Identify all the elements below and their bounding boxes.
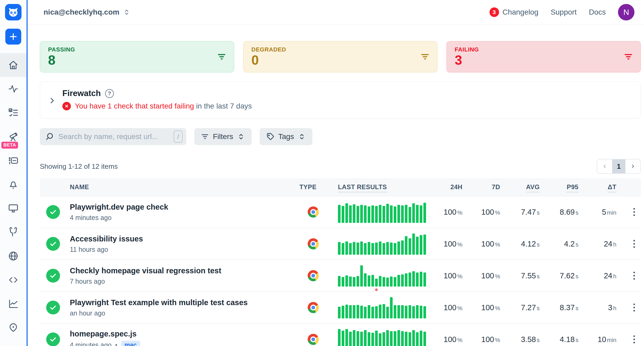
changelog-label: Changelog <box>503 8 538 16</box>
firewatch-title: Firewatch <box>62 89 101 98</box>
create-new-button[interactable] <box>5 29 21 45</box>
error-x-icon: ✕ <box>62 102 71 110</box>
docs-link[interactable]: Docs <box>589 8 606 16</box>
checkly-logo[interactable] <box>5 4 22 20</box>
sidebar-item-locations[interactable] <box>0 316 27 340</box>
chrome-browser-icon <box>308 238 319 249</box>
frequency: 5 <box>602 208 606 216</box>
last-run-time: an hour ago <box>70 309 105 317</box>
sidebar-item-runners[interactable] <box>0 149 27 172</box>
uptime-24h: 100 <box>444 271 456 280</box>
current-page[interactable]: 1 <box>612 159 625 173</box>
passing-card[interactable]: PASSING 8 <box>40 41 234 72</box>
sidebar-item-home[interactable] <box>0 53 27 77</box>
sidebar-item-private-locations[interactable] <box>0 244 27 268</box>
telescope-icon <box>8 131 19 142</box>
check-name[interactable]: homepage.spec.js <box>70 330 299 338</box>
table-row[interactable]: Playwright Test example with multiple te… <box>40 292 641 324</box>
row-menu-button[interactable] <box>631 301 637 314</box>
check-name[interactable]: Accessibility issues <box>70 235 299 243</box>
row-menu-button[interactable] <box>631 270 637 282</box>
uptime-7d: 100 <box>481 303 494 312</box>
chrome-browser-icon <box>308 270 319 281</box>
table-row[interactable]: Accessibility issues 11 hours ago 100% 1… <box>40 228 641 260</box>
table-row[interactable]: Checkly homepage visual regression test … <box>40 260 641 292</box>
raccoon-icon <box>7 6 19 18</box>
meta-separator: • <box>115 341 117 346</box>
changelog-badge: 3 <box>490 7 499 17</box>
search-icon <box>45 132 54 141</box>
sidebar-item-alerts[interactable] <box>0 172 27 196</box>
beta-badge: BETA <box>1 142 18 149</box>
sidebar-item-telescope-beta[interactable]: BETA <box>0 125 27 149</box>
code-brackets-icon <box>8 274 19 286</box>
help-icon[interactable]: ? <box>105 89 114 98</box>
results-bar-chart[interactable] <box>338 297 443 318</box>
tags-button[interactable]: Tags <box>260 128 312 145</box>
chart-line-icon <box>8 298 19 309</box>
filter-icon[interactable] <box>624 52 633 62</box>
search-box[interactable]: / <box>40 128 186 145</box>
degraded-card[interactable]: DEGRADED 0 <box>243 41 437 72</box>
results-bar-chart[interactable] <box>338 265 443 287</box>
table-row[interactable]: homepage.spec.js 4 minutes ago • mac 100… <box>40 324 641 346</box>
chrome-browser-icon <box>308 206 319 218</box>
failing-card[interactable]: FAILING 3 <box>446 41 641 72</box>
degraded-count: 0 <box>251 54 429 67</box>
status-cards: PASSING 8 DEGRADED 0 FAILING 3 <box>40 41 641 72</box>
sidebar-item-cli[interactable] <box>0 268 27 292</box>
results-bar-chart[interactable] <box>338 201 443 223</box>
expand-chevron-icon[interactable] <box>48 97 56 110</box>
sidebar-item-analytics[interactable] <box>0 292 27 316</box>
account-switcher[interactable]: nica@checklyhq.com <box>44 8 131 16</box>
col-avg[interactable]: AVG <box>526 183 540 192</box>
status-passing-icon <box>46 332 60 346</box>
check-name[interactable]: Checkly homepage visual regression test <box>70 266 299 275</box>
list-meta-bar: Showing 1-12 of 12 items 1 <box>40 159 641 174</box>
bell-icon <box>8 179 19 190</box>
filters-button[interactable]: Filters <box>194 128 252 145</box>
prev-page-button[interactable] <box>597 159 612 173</box>
sidebar-item-maintenance[interactable] <box>0 220 27 244</box>
firewatch-alert[interactable]: ✕ You have 1 check that started failing … <box>62 102 252 110</box>
avg-time: 4.12 <box>521 240 536 248</box>
pulse-icon <box>8 83 19 94</box>
chevron-updown-icon <box>237 132 245 141</box>
topnav: 3 Changelog Support Docs N <box>490 4 634 20</box>
frequency: 3 <box>608 303 612 312</box>
table-row[interactable]: Playwright.dev page check 4 minutes ago … <box>40 196 641 228</box>
filters-label: Filters <box>213 132 233 141</box>
sidebar-nav: BETA <box>0 53 27 340</box>
check-name[interactable]: Playwright Test example with multiple te… <box>70 298 299 307</box>
sidebar-item-dashboards[interactable] <box>0 196 27 220</box>
check-name[interactable]: Playwright.dev page check <box>70 203 299 211</box>
col-last-results[interactable]: LAST RESULTS <box>338 183 387 192</box>
slash-shortcut-key: / <box>174 131 183 143</box>
col-p95[interactable]: P95 <box>567 183 578 192</box>
uptime-7d: 100 <box>481 208 494 216</box>
user-avatar[interactable]: N <box>618 4 634 20</box>
p95-time: 8.69 <box>560 208 575 216</box>
next-page-button[interactable] <box>625 159 640 173</box>
results-bar-chart[interactable] <box>338 233 443 255</box>
search-input[interactable] <box>58 132 170 141</box>
uptime-24h: 100 <box>444 303 456 312</box>
row-menu-button[interactable] <box>631 238 637 250</box>
last-run-time: 4 minutes ago <box>70 341 111 346</box>
monitor-icon <box>8 203 19 214</box>
account-email: nica@checklyhq.com <box>44 8 119 16</box>
changelog-link[interactable]: 3 Changelog <box>490 7 538 17</box>
avg-time: 7.47 <box>521 208 536 216</box>
support-link[interactable]: Support <box>551 8 577 16</box>
uptime-7d: 100 <box>481 271 494 280</box>
sidebar-item-activity[interactable] <box>0 77 27 101</box>
sidebar-item-checks[interactable] <box>0 101 27 125</box>
filter-icon[interactable] <box>420 52 430 62</box>
row-menu-button[interactable] <box>631 206 637 218</box>
plus-icon <box>8 31 19 42</box>
col-dt[interactable]: ΔT <box>608 183 616 192</box>
results-bar-chart[interactable] <box>338 328 443 346</box>
filter-icon[interactable] <box>217 52 226 62</box>
row-menu-button[interactable] <box>631 333 637 345</box>
tag-badge[interactable]: mac <box>121 341 140 346</box>
